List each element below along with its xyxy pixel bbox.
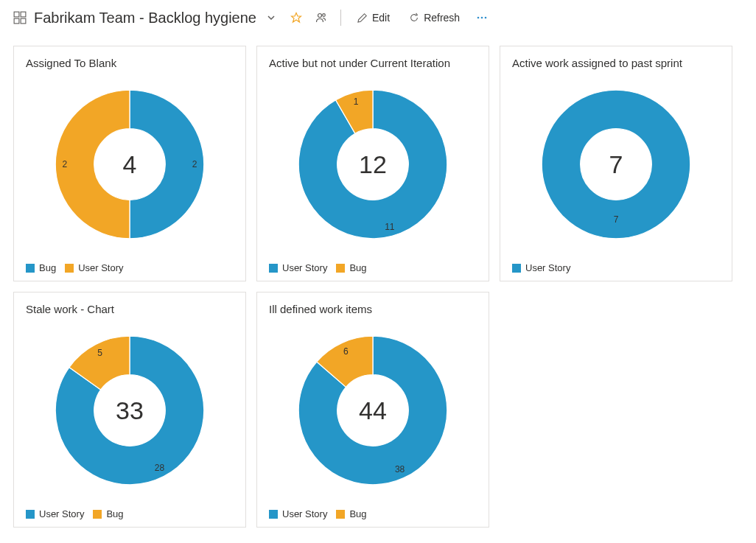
svg-point-8: [481, 17, 483, 19]
svg-point-9: [485, 17, 487, 19]
chart-card[interactable]: Active but not under Current Iteration11…: [256, 46, 489, 281]
chart-card[interactable]: Ill defined work items38644User StoryBug: [256, 292, 489, 528]
page-header: Fabrikam Team - Backlog hygiene Edit Ref…: [0, 0, 756, 35]
legend-item[interactable]: Bug: [336, 262, 366, 273]
legend-item[interactable]: Bug: [26, 262, 56, 273]
card-title: Stale work - Chart: [26, 303, 234, 315]
legend-label: User Story: [39, 508, 84, 519]
svg-point-5: [318, 14, 322, 18]
more-actions-button[interactable]: [472, 7, 492, 28]
legend-swatch: [26, 510, 35, 519]
legend-label: Bug: [106, 508, 123, 519]
legend: BugUser Story: [26, 258, 234, 273]
chart-card[interactable]: Stale work - Chart28533User StoryBug: [13, 292, 246, 528]
legend-item[interactable]: User Story: [65, 262, 123, 273]
legend-item[interactable]: User Story: [512, 262, 570, 273]
legend-label: Bug: [39, 262, 56, 273]
donut-total: 44: [295, 333, 450, 488]
donut-chart: 77: [539, 87, 693, 242]
svg-rect-0: [14, 12, 19, 17]
donut-chart: 38644: [295, 333, 450, 488]
chart-card[interactable]: Assigned To Blank224BugUser Story: [13, 46, 246, 281]
chart-area: 77: [512, 71, 720, 258]
svg-rect-3: [21, 18, 26, 24]
card-title: Ill defined work items: [269, 303, 477, 315]
legend-label: Bug: [349, 262, 366, 273]
svg-rect-1: [21, 12, 26, 17]
chart-card[interactable]: Active work assigned to past sprint77Use…: [500, 46, 732, 281]
legend-item[interactable]: Bug: [93, 508, 123, 519]
legend-swatch: [26, 264, 35, 273]
refresh-button[interactable]: Refresh: [402, 9, 467, 27]
legend-swatch: [336, 264, 345, 273]
donut-total: 4: [52, 87, 207, 242]
legend-item[interactable]: User Story: [269, 262, 327, 273]
svg-point-7: [477, 17, 480, 19]
legend-label: Bug: [349, 508, 366, 519]
card-title: Active but not under Current Iteration: [269, 57, 477, 69]
dashboard-grid: Assigned To Blank224BugUser StoryActive …: [0, 35, 756, 538]
legend-item[interactable]: User Story: [269, 508, 327, 519]
dashboard-picker-chevron[interactable]: [261, 7, 281, 28]
donut-total: 12: [295, 87, 450, 242]
legend-label: User Story: [78, 262, 123, 273]
legend-swatch: [93, 510, 102, 519]
donut-chart: 224: [52, 87, 207, 242]
legend-label: User Story: [525, 262, 570, 273]
edit-button[interactable]: Edit: [350, 9, 397, 27]
legend-swatch: [512, 264, 521, 273]
legend: User StoryBug: [269, 258, 477, 273]
divider: [340, 10, 341, 26]
donut-total: 33: [52, 333, 207, 488]
legend-label: User Story: [282, 262, 327, 273]
legend-swatch: [269, 510, 278, 519]
donut-chart: 28533: [52, 333, 207, 488]
favorite-star-icon[interactable]: [286, 7, 307, 28]
dashboard-grid-icon: [13, 11, 27, 24]
team-members-icon[interactable]: [311, 7, 332, 28]
donut-chart: 11112: [295, 87, 450, 242]
svg-rect-2: [14, 18, 19, 24]
legend-item[interactable]: User Story: [26, 508, 84, 519]
refresh-label: Refresh: [424, 12, 460, 24]
legend: User StoryBug: [269, 504, 477, 519]
legend-swatch: [336, 510, 345, 519]
refresh-icon: [409, 13, 419, 23]
legend-swatch: [269, 264, 278, 273]
legend: User Story: [512, 258, 720, 273]
legend: User StoryBug: [26, 504, 234, 519]
chart-area: 224: [26, 71, 234, 258]
card-title: Assigned To Blank: [26, 57, 234, 69]
pencil-icon: [357, 13, 368, 23]
legend-swatch: [65, 264, 74, 273]
edit-label: Edit: [372, 12, 390, 24]
svg-marker-4: [292, 13, 301, 23]
donut-total: 7: [539, 87, 693, 242]
card-title: Active work assigned to past sprint: [512, 57, 720, 69]
chart-area: 28533: [26, 317, 234, 504]
legend-label: User Story: [282, 508, 327, 519]
legend-item[interactable]: Bug: [336, 508, 366, 519]
chart-area: 38644: [269, 317, 477, 504]
page-title: Fabrikam Team - Backlog hygiene: [34, 10, 256, 27]
chart-area: 11112: [269, 71, 477, 258]
svg-point-6: [323, 14, 326, 17]
